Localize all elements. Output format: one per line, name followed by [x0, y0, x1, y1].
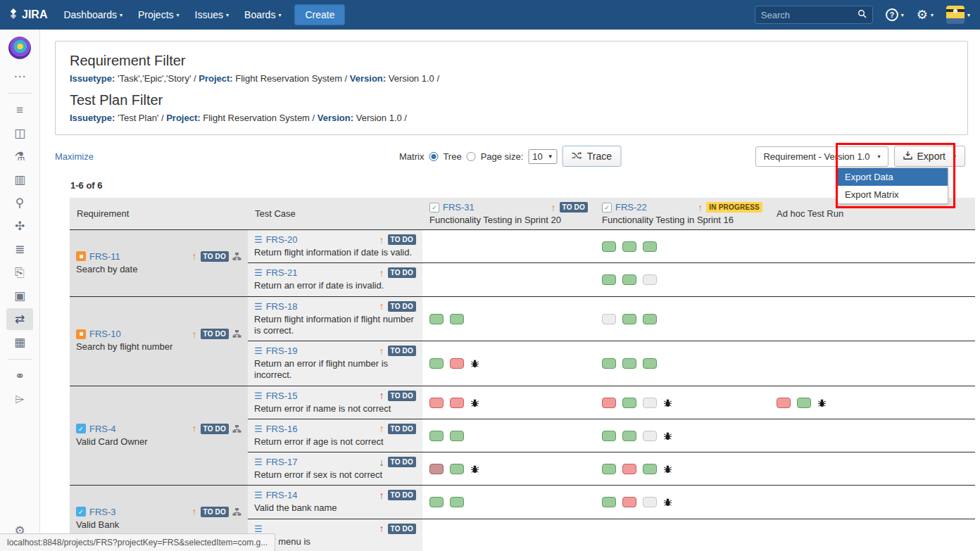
- search-icon[interactable]: [857, 8, 867, 21]
- hierarchy-icon[interactable]: [232, 508, 241, 516]
- board-icon[interactable]: ◫: [6, 122, 33, 144]
- test-run-square-green[interactable]: [602, 497, 616, 507]
- media-icon[interactable]: ▦: [6, 331, 33, 353]
- issue-key-link[interactable]: FRS-19: [266, 346, 298, 356]
- test-run-square-green[interactable]: [622, 274, 636, 285]
- profile-card-icon[interactable]: ▣: [6, 285, 33, 307]
- test-run-square-green[interactable]: [602, 274, 616, 285]
- test-run-square-green[interactable]: [797, 398, 811, 408]
- test-run-square-red[interactable]: [622, 464, 636, 474]
- issue-key-link[interactable]: FRS-16: [266, 424, 298, 434]
- test-run-square-green[interactable]: [602, 241, 616, 252]
- test-run-square-red[interactable]: [429, 398, 444, 408]
- test-run-square-green[interactable]: [622, 314, 636, 324]
- nav-issues[interactable]: Issues▾: [187, 0, 237, 30]
- test-run-square-gray[interactable]: [602, 314, 616, 324]
- test-run-square-green[interactable]: [622, 358, 636, 369]
- test-run-square-red[interactable]: [450, 398, 464, 408]
- test-run-square-green[interactable]: [429, 314, 444, 324]
- test-run-square-red[interactable]: [622, 497, 636, 507]
- test-run-square-green[interactable]: [450, 497, 464, 507]
- project-avatar[interactable]: [8, 37, 31, 59]
- tree-radio[interactable]: [467, 152, 476, 161]
- create-button[interactable]: Create: [294, 4, 345, 25]
- test-run-square-green[interactable]: [643, 464, 657, 474]
- bug-icon[interactable]: [663, 431, 672, 441]
- test-run-square-red[interactable]: [450, 358, 464, 369]
- help-menu[interactable]: ?▾: [886, 8, 904, 21]
- test-run-square-green[interactable]: [622, 431, 636, 441]
- components-icon[interactable]: ✣: [6, 215, 33, 237]
- issue-key-link[interactable]: FRS-21: [266, 267, 298, 278]
- test-run-square-gray[interactable]: [643, 431, 657, 441]
- chevron-down-icon: ▾: [226, 12, 229, 18]
- test-run-square-green[interactable]: [602, 358, 616, 369]
- user-menu[interactable]: ▾: [946, 6, 970, 24]
- issue-key-link[interactable]: FRS-20: [266, 234, 298, 245]
- test-run-square-green[interactable]: [450, 464, 464, 474]
- test-run-square-green[interactable]: [450, 431, 464, 441]
- issues-search-icon[interactable]: ⚲: [6, 192, 33, 214]
- test-plan-key-link[interactable]: FRS-22: [615, 202, 647, 213]
- issue-key-link[interactable]: FRS-4: [89, 424, 116, 434]
- hierarchy-icon[interactable]: [232, 330, 241, 338]
- nav-boards[interactable]: Boards▾: [237, 0, 289, 30]
- test-run-square-green[interactable]: [602, 464, 616, 474]
- nav-projects[interactable]: Projects▾: [130, 0, 187, 30]
- pages-icon[interactable]: ⎘: [6, 262, 33, 284]
- bug-icon[interactable]: [470, 464, 479, 474]
- issue-key-link[interactable]: FRS-14: [266, 490, 298, 500]
- test-run-square-red[interactable]: [602, 398, 616, 408]
- test-run-square-gray[interactable]: [643, 274, 657, 285]
- test-run-square-green[interactable]: [429, 497, 444, 507]
- search-input[interactable]: [761, 10, 857, 20]
- test-run-square-gray[interactable]: [643, 398, 657, 408]
- hierarchy-icon[interactable]: [232, 253, 241, 260]
- summary-icon[interactable]: ≣: [6, 239, 33, 260]
- test-run-square-green[interactable]: [622, 398, 636, 408]
- issue-key-link[interactable]: FRS-11: [89, 251, 120, 262]
- more-options-icon[interactable]: ⋯: [6, 65, 33, 87]
- issue-key-link[interactable]: FRS-18: [266, 301, 298, 312]
- test-run-square-green[interactable]: [602, 431, 616, 441]
- test-run-square-green[interactable]: [429, 358, 444, 369]
- issue-key-link[interactable]: FRS-10: [89, 329, 121, 339]
- releases-icon[interactable]: ⚗: [6, 146, 33, 167]
- link-icon[interactable]: ⚭: [6, 365, 33, 387]
- test-run-square-gray[interactable]: [643, 497, 657, 507]
- traceability-icon[interactable]: ⇄: [6, 308, 33, 330]
- bug-icon[interactable]: [663, 498, 672, 507]
- bug-icon[interactable]: [470, 398, 479, 407]
- matrix-radio[interactable]: [429, 152, 438, 161]
- issue-key-link[interactable]: FRS-15: [266, 391, 298, 401]
- page-size-select[interactable]: 10▼: [528, 149, 557, 164]
- export-button[interactable]: Export▾: [894, 146, 965, 167]
- requirement-version-dropdown[interactable]: Requirement - Version 1.0▾: [755, 146, 888, 167]
- menu-item-export-matrix[interactable]: Export Matrix: [838, 186, 948, 203]
- jira-logo[interactable]: JIRA: [8, 8, 47, 22]
- issue-key-link[interactable]: FRS-17: [266, 457, 298, 467]
- test-run-square-green[interactable]: [643, 358, 657, 369]
- test-plan-key-link[interactable]: FRS-31: [443, 202, 475, 213]
- test-run-square-green[interactable]: [622, 241, 636, 252]
- hierarchy-icon[interactable]: [232, 425, 241, 433]
- test-run-square-green[interactable]: [429, 431, 444, 441]
- bug-icon[interactable]: [470, 359, 479, 368]
- bug-icon[interactable]: [817, 398, 827, 407]
- bug-icon[interactable]: [663, 398, 672, 407]
- menu-item-export-data[interactable]: Export Data: [838, 168, 948, 186]
- issue-key-link[interactable]: FRS-3: [89, 507, 116, 517]
- backlog-icon[interactable]: ≡: [6, 99, 33, 121]
- test-run-square-green[interactable]: [643, 314, 657, 324]
- test-run-square-darkred[interactable]: [429, 464, 444, 474]
- test-run-square-green[interactable]: [643, 241, 657, 252]
- maximize-link[interactable]: Maximize: [55, 151, 94, 162]
- test-run-square-red[interactable]: [777, 398, 791, 408]
- bug-icon[interactable]: [663, 464, 672, 474]
- megaphone-icon[interactable]: ⌲: [6, 388, 33, 410]
- admin-menu[interactable]: ⚙▾: [917, 8, 934, 21]
- reports-icon[interactable]: ▥: [6, 169, 33, 191]
- nav-dashboards[interactable]: Dashboards▾: [56, 0, 130, 30]
- trace-button[interactable]: Trace: [563, 146, 621, 167]
- test-run-square-green[interactable]: [450, 314, 464, 324]
